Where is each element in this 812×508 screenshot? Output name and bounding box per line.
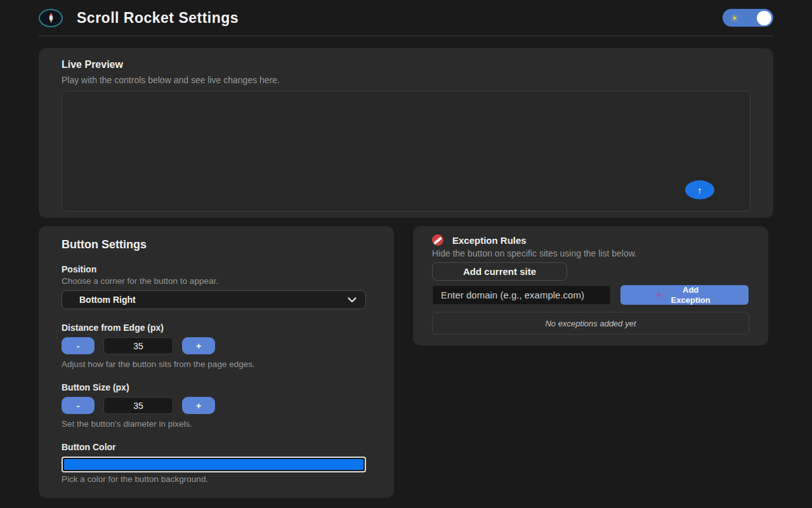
distance-label: Distance from Edge (px) [62, 323, 371, 333]
button-color-picker[interactable] [62, 457, 366, 472]
add-exception-label: Add Exception [669, 285, 713, 305]
up-arrow-icon: ↑ [697, 185, 702, 196]
position-label: Position [62, 264, 371, 274]
scroll-to-top-preview-button[interactable]: ↑ [685, 180, 714, 199]
distance-decrement-button[interactable]: - [62, 337, 95, 354]
live-preview-card: Live Preview Play with the controls belo… [39, 48, 773, 218]
empty-message: No exceptions added yet [545, 319, 636, 328]
theme-toggle[interactable]: ☀ [723, 9, 773, 27]
toggle-knob [757, 11, 771, 25]
page-title: Scroll Rocket Settings [77, 10, 239, 27]
header-left: Scroll Rocket Settings [39, 9, 239, 27]
size-stepper: - + [62, 397, 371, 414]
size-description: Set the button's diameter in pixels. [62, 419, 371, 429]
distance-description: Adjust how far the button sits from the … [62, 359, 371, 369]
size-decrement-button[interactable]: - [62, 397, 95, 414]
position-select-value: Bottom Right [79, 295, 136, 305]
color-group: Button Color Pick a color for the button… [62, 442, 371, 484]
size-group: Button Size (px) - + Set the button's di… [62, 382, 371, 429]
add-exception-button[interactable]: + Add Exception [620, 285, 749, 305]
exception-input-row: + Add Exception [432, 285, 749, 305]
button-color-swatch [64, 459, 363, 470]
no-entry-icon [432, 234, 443, 246]
position-select[interactable]: Bottom Right [62, 290, 366, 309]
exception-rules-card: Exception Rules Hide the button on speci… [413, 226, 768, 345]
rocket-logo-icon [39, 9, 63, 27]
color-label: Button Color [62, 442, 371, 452]
size-label: Button Size (px) [62, 382, 371, 392]
size-increment-button[interactable]: + [182, 397, 215, 414]
distance-increment-button[interactable]: + [182, 337, 215, 354]
add-current-site-button[interactable]: Add current site [432, 262, 567, 281]
color-description: Pick a color for the button background. [62, 474, 371, 484]
exception-rules-title: Exception Rules [452, 235, 527, 246]
live-preview-title: Live Preview [62, 59, 750, 70]
distance-input[interactable] [103, 337, 173, 354]
position-description: Choose a corner for the button to appear… [62, 276, 371, 286]
settings-page: Scroll Rocket Settings ☀ Live Preview Pl… [0, 0, 812, 508]
rocket-icon [47, 13, 55, 23]
distance-group: Distance from Edge (px) - + Adjust how f… [62, 323, 371, 369]
button-settings-title: Button Settings [62, 238, 371, 251]
plus-icon: + [656, 290, 662, 301]
position-group: Position Choose a corner for the button … [62, 264, 371, 309]
live-preview-area: ↑ [62, 91, 750, 211]
settings-columns: Button Settings Position Choose a corner… [39, 226, 773, 498]
exception-rules-header: Exception Rules [432, 234, 749, 246]
sun-icon: ☀ [730, 13, 738, 23]
live-preview-description: Play with the controls below and see liv… [62, 75, 750, 85]
exception-rules-description: Hide the button on specific sites using … [432, 248, 749, 258]
exception-list-empty: No exceptions added yet [432, 312, 749, 335]
chevron-down-icon [348, 297, 357, 303]
domain-input[interactable] [432, 285, 611, 305]
button-settings-card: Button Settings Position Choose a corner… [39, 226, 394, 498]
distance-stepper: - + [62, 337, 371, 354]
size-input[interactable] [103, 397, 173, 414]
header: Scroll Rocket Settings ☀ [39, 0, 773, 36]
